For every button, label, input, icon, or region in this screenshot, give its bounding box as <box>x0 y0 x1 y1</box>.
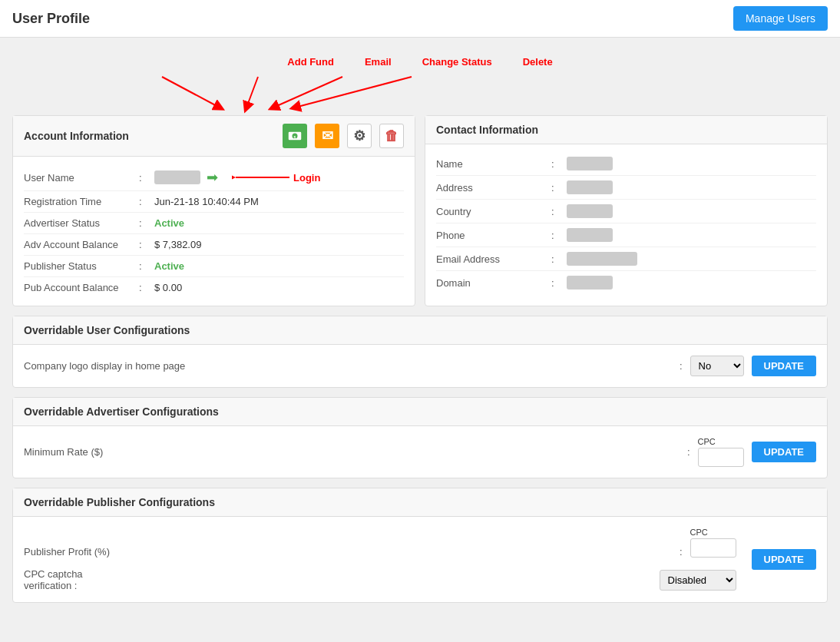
svg-line-2 <box>273 77 342 108</box>
email-icon[interactable]: ✉ <box>315 124 339 148</box>
address-value: •••••••••• <box>567 180 613 194</box>
arrows-area <box>12 69 828 115</box>
account-info-title: Account Information <box>24 130 129 142</box>
overridable-user-body: Company logo display in home page : No Y… <box>13 345 827 387</box>
min-rate-label: Minimum Rate ($) <box>24 446 680 458</box>
email-annotation: Email <box>365 56 392 68</box>
country-row: Country : ••••• <box>436 200 816 223</box>
pub-balance-row: Pub Account Balance : $ 0.00 <box>24 277 404 298</box>
username-value: •••••• <box>154 170 200 184</box>
cpc-label-adv: CPC <box>698 437 744 446</box>
phone-label: Phone <box>436 230 551 241</box>
pub-profit-label: Publisher Profit (%) <box>24 546 672 558</box>
overridable-user-header: Overridable User Configurations <box>13 316 827 345</box>
email-address-label: Email Address <box>436 253 551 265</box>
reg-time-label: Registration Time <box>24 196 139 207</box>
publisher-update-wrapper: UPDATE <box>736 549 816 570</box>
cpc-captcha-row: CPC captchaverification : Disabled Enabl… <box>24 568 736 591</box>
pub-balance-value: $ 0.00 <box>154 282 404 293</box>
username-label: User Name <box>24 172 139 184</box>
cpc-pub-input-group: CPC <box>690 528 736 558</box>
contact-info-card: Contact Information Name : •••••••••• Ad… <box>425 115 828 306</box>
country-label: Country <box>436 206 551 217</box>
pub-balance-label: Pub Account Balance <box>24 282 139 293</box>
account-info-body: User Name : •••••• ➡ <box>13 157 415 306</box>
overridable-advertiser-body: Minimum Rate ($) : CPC UPDATE <box>13 426 827 478</box>
user-config-update-button[interactable]: UPDATE <box>752 356 816 376</box>
publisher-fields: Publisher Profit (%) : CPC CPC captchave… <box>24 528 736 591</box>
address-label: Address <box>436 182 551 194</box>
svg-text:$: $ <box>294 135 296 140</box>
cpc-captcha-select[interactable]: Disabled Enabled <box>660 570 736 591</box>
name-value: •••••••••• <box>567 157 613 170</box>
overridable-publisher-header: Overridable Publisher Configurations <box>13 488 827 517</box>
reg-time-value: Jun-21-18 10:40:44 PM <box>154 196 404 207</box>
publisher-config-update-button[interactable]: UPDATE <box>752 549 816 570</box>
account-info-card: Account Information $ ✉ ⚙ 🗑 <box>12 115 415 306</box>
contact-info-title: Contact Information <box>436 124 538 136</box>
publisher-status-row: Publisher Status : Active <box>24 256 404 277</box>
overridable-publisher-card: Overridable Publisher Configurations Pub… <box>12 488 828 603</box>
registration-time-row: Registration Time : Jun-21-18 10:40:44 P… <box>24 191 404 213</box>
pub-status-value: Active <box>154 260 404 272</box>
login-arrow-svg <box>232 166 293 189</box>
adv-balance-value: $ 7,382.09 <box>154 239 404 250</box>
domain-value: ••••••••••• <box>567 276 613 290</box>
publisher-config-wrapper: Publisher Profit (%) : CPC CPC captchave… <box>24 528 816 591</box>
email-address-value: ••••••••••••••••••• <box>567 252 637 266</box>
domain-label: Domain <box>436 277 551 289</box>
change-status-icon[interactable]: ⚙ <box>347 124 372 148</box>
company-logo-row: Company logo display in home page : No Y… <box>24 356 816 376</box>
login-annotation: Login <box>293 172 320 184</box>
min-rate-input[interactable] <box>698 448 744 467</box>
add-fund-annotation: Add Fund <box>287 56 334 68</box>
min-rate-row: Minimum Rate ($) : CPC UPDATE <box>24 437 816 467</box>
change-status-annotation: Change Status <box>422 56 492 68</box>
pub-profit-input[interactable] <box>690 538 736 558</box>
email-address-row: Email Address : ••••••••••••••••••• <box>436 247 816 271</box>
overridable-user-card: Overridable User Configurations Company … <box>12 316 828 388</box>
country-value: ••••• <box>567 204 613 218</box>
annotation-labels: Add Fund Email Change Status Delete <box>12 50 828 68</box>
svg-line-0 <box>162 77 220 108</box>
company-logo-select[interactable]: No Yes <box>690 356 744 376</box>
cpc-input-group: CPC <box>698 437 744 467</box>
money-icon: $ <box>287 129 303 143</box>
svg-line-3 <box>295 77 412 108</box>
login-icon[interactable]: ➡ <box>207 169 218 186</box>
pub-status-label: Publisher Status <box>24 260 139 272</box>
phone-value: ••••••••••• <box>567 228 613 242</box>
advertiser-config-update-button[interactable]: UPDATE <box>752 442 816 462</box>
delete-icon[interactable]: 🗑 <box>379 124 404 148</box>
phone-row: Phone : ••••••••••• <box>436 223 816 247</box>
overridable-publisher-body: Publisher Profit (%) : CPC CPC captchave… <box>13 517 827 602</box>
address-row: Address : •••••••••• <box>436 176 816 200</box>
overridable-advertiser-header: Overridable Advertiser Configurations <box>13 398 827 426</box>
account-info-header: Account Information $ ✉ ⚙ 🗑 <box>13 116 415 157</box>
manage-users-button[interactable]: Manage Users <box>733 6 828 31</box>
top-bar: User Profile Manage Users <box>0 0 840 38</box>
cpc-label-pub: CPC <box>690 528 736 537</box>
main-content: Add Fund Email Change Status Delete <box>0 38 840 624</box>
svg-line-1 <box>246 77 258 108</box>
overridable-advertiser-card: Overridable Advertiser Configurations Mi… <box>12 397 828 478</box>
name-label: Name <box>436 158 551 170</box>
cpc-captcha-label: CPC captchaverification : <box>24 568 652 591</box>
add-fund-icon[interactable]: $ <box>283 124 307 148</box>
adv-balance-row: Adv Account Balance : $ 7,382.09 <box>24 234 404 256</box>
username-value-group: •••••• ➡ <box>154 169 404 186</box>
adv-status-label: Advertiser Status <box>24 217 139 229</box>
company-logo-label: Company logo display in home page <box>24 360 672 372</box>
pub-profit-row: Publisher Profit (%) : CPC <box>24 528 736 558</box>
name-row: Name : •••••••••• <box>436 152 816 176</box>
page-title: User Profile <box>12 11 90 27</box>
adv-balance-label: Adv Account Balance <box>24 239 139 250</box>
contact-info-body: Name : •••••••••• Address : •••••••••• C… <box>425 144 827 302</box>
annotation-arrows <box>12 69 828 115</box>
adv-status-value: Active <box>154 217 404 229</box>
username-row: User Name : •••••• ➡ <box>24 164 404 191</box>
info-cards-row: Account Information $ ✉ ⚙ 🗑 <box>12 115 828 306</box>
delete-annotation: Delete <box>523 56 553 68</box>
action-icons: $ ✉ ⚙ 🗑 <box>283 124 404 148</box>
advertiser-status-row: Advertiser Status : Active <box>24 213 404 234</box>
